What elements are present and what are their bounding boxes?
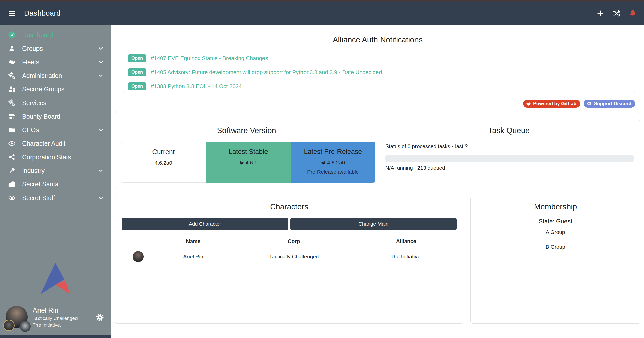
cell-alliance: The Initiative. xyxy=(356,254,457,260)
shuttle-icon xyxy=(8,58,16,66)
badge-label: Powered by GitLab xyxy=(533,101,576,106)
gears-icon xyxy=(8,72,16,79)
membership-card: Membership State: Guest A Group B Group xyxy=(470,197,640,324)
chevron-down-icon xyxy=(98,72,104,79)
store-icon xyxy=(8,113,16,120)
version-value: 4.6.2a0 xyxy=(327,160,345,166)
change-main-nav-button[interactable] xyxy=(612,9,621,18)
sidebar-item-secret-santa[interactable]: Secret Santa xyxy=(0,177,111,191)
sidebar-item-label: Services xyxy=(22,99,104,107)
sidebar-item-groups[interactable]: Groups xyxy=(0,42,111,55)
task-queue-status: Status of 0 processed tasks • last ? xyxy=(385,143,634,149)
sidebar-item-corporation-stats[interactable]: Corporation Stats xyxy=(0,150,111,164)
notification-link[interactable]: #1383 Python 3.8 EOL - 14 Oct 2024 xyxy=(151,83,242,90)
sidebar-item-label: Groups xyxy=(22,45,92,52)
sidebar-item-ceos[interactable]: CEOs xyxy=(0,123,111,137)
chevron-down-icon xyxy=(98,127,104,133)
gears-icon xyxy=(8,99,16,107)
notifications-title: Alliance Auth Notifications xyxy=(115,30,640,44)
sidebar-item-dashboard[interactable]: Dashboard xyxy=(0,28,111,42)
gitlab-icon xyxy=(321,160,326,165)
change-main-button[interactable]: Change Main xyxy=(290,218,457,230)
version-columns: Current 4.6.2a0 Latest Stable 4.6.1 Late… xyxy=(121,142,375,183)
notification-link[interactable]: #1405 Advisory: Future development will … xyxy=(151,69,382,76)
navbar-actions xyxy=(596,9,637,18)
status-badge: Open xyxy=(128,68,146,76)
software-version-title: Software Version xyxy=(115,120,378,135)
gifts-icon xyxy=(8,180,16,188)
notifications-button[interactable] xyxy=(628,9,637,18)
add-character-nav-button[interactable] xyxy=(596,9,605,18)
task-queue-section: Task Queue Status of 0 processed tasks •… xyxy=(378,120,640,183)
notification-item: Open #1383 Python 3.8 EOL - 14 Oct 2024 xyxy=(123,79,635,93)
support-discord-badge[interactable]: Support Discord xyxy=(584,100,635,108)
gitlab-icon xyxy=(239,160,244,165)
discord-icon xyxy=(586,101,592,106)
header-name: Name xyxy=(155,238,232,244)
hammer-icon xyxy=(8,167,16,174)
main-content: Alliance Auth Notifications Open #1407 E… xyxy=(111,25,644,338)
status-badge: Open xyxy=(128,54,146,62)
sidebar-item-industry[interactable]: Industry xyxy=(0,164,111,177)
membership-group: A Group xyxy=(477,225,634,239)
chevron-down-icon xyxy=(98,195,104,201)
sidebar: Dashboard Groups Fleets xyxy=(0,25,111,338)
top-navbar: Dashboard xyxy=(0,1,644,25)
sidebar-item-bounty-board[interactable]: Bounty Board xyxy=(0,110,111,123)
notifications-list: Open #1407 EVE Equinox Status - Breaking… xyxy=(123,51,635,93)
gear-icon xyxy=(96,314,104,321)
sidebar-item-character-audit[interactable]: Character Audit xyxy=(0,137,111,150)
sidebar-item-secure-groups[interactable]: Secure Groups xyxy=(0,82,111,96)
sidebar-item-label: Bounty Board xyxy=(22,113,104,120)
cell-corp: Tactically Challenged xyxy=(232,254,356,260)
sidebar-item-fleets[interactable]: Fleets xyxy=(0,55,111,69)
user-corp: Tactically Challenged xyxy=(33,315,105,322)
characters-title: Characters xyxy=(115,197,463,211)
task-queue-counts: N/A running | 213 queued xyxy=(385,165,634,171)
plus-icon xyxy=(597,10,604,17)
header-corp: Corp xyxy=(232,238,356,244)
gauge-icon xyxy=(8,31,16,39)
table-header: Name Corp Alliance xyxy=(122,236,457,248)
notification-item: Open #1407 EVE Equinox Status - Breaking… xyxy=(123,51,635,65)
software-taskqueue-card: Software Version Current 4.6.2a0 Latest … xyxy=(115,120,640,189)
software-version-section: Software Version Current 4.6.2a0 Latest … xyxy=(115,120,378,183)
sidebar-item-label: Corporation Stats xyxy=(22,154,104,161)
eye-icon xyxy=(8,194,16,202)
sidebar-item-administration[interactable]: Administration xyxy=(0,69,111,82)
badge-label: Support Discord xyxy=(594,101,631,106)
gitlab-icon xyxy=(526,101,531,106)
sidebar-item-secret-stuff[interactable]: Secret Stuff xyxy=(0,191,111,205)
character-portrait xyxy=(133,251,144,262)
task-queue-title: Task Queue xyxy=(378,120,640,135)
membership-state: State: Guest xyxy=(477,218,634,225)
user-settings-button[interactable] xyxy=(96,313,104,322)
hamburger-icon xyxy=(8,10,16,17)
add-character-button[interactable]: Add Character xyxy=(122,218,288,230)
user-icon xyxy=(8,45,16,52)
bell-icon xyxy=(629,9,637,17)
sidebar-toggle-button[interactable] xyxy=(7,8,17,18)
sidebar-item-label: Dashboard xyxy=(22,31,104,39)
powered-by-gitlab-badge[interactable]: Powered by GitLab xyxy=(523,100,580,108)
chevron-down-icon xyxy=(98,59,104,65)
sidebar-item-services[interactable]: Services xyxy=(0,96,111,110)
version-current: Current 4.6.2a0 xyxy=(121,142,206,183)
characters-table: Name Corp Alliance Ariel Rin Tactically … xyxy=(122,236,457,265)
user-lock-icon xyxy=(8,85,16,93)
chevron-down-icon xyxy=(98,167,104,174)
chevron-down-icon xyxy=(98,45,104,52)
version-label: Latest Pre-Release xyxy=(291,148,375,156)
notification-footer-badges: Powered by GitLab Support Discord xyxy=(115,100,635,108)
task-queue-progressbar xyxy=(385,155,634,162)
table-row: Ariel Rin Tactically Challenged The Init… xyxy=(122,248,457,265)
membership-group: B Group xyxy=(477,239,634,254)
cell-name: Ariel Rin xyxy=(155,254,232,260)
sidebar-menu: Dashboard Groups Fleets xyxy=(0,25,111,205)
share-icon xyxy=(8,153,16,161)
status-badge: Open xyxy=(128,82,146,90)
notification-link[interactable]: #1407 EVE Equinox Status - Breaking Chan… xyxy=(151,55,268,62)
sidebar-item-label: Industry xyxy=(22,167,92,174)
sidebar-spacer xyxy=(0,205,111,263)
sidebar-item-label: Administration xyxy=(22,72,92,79)
